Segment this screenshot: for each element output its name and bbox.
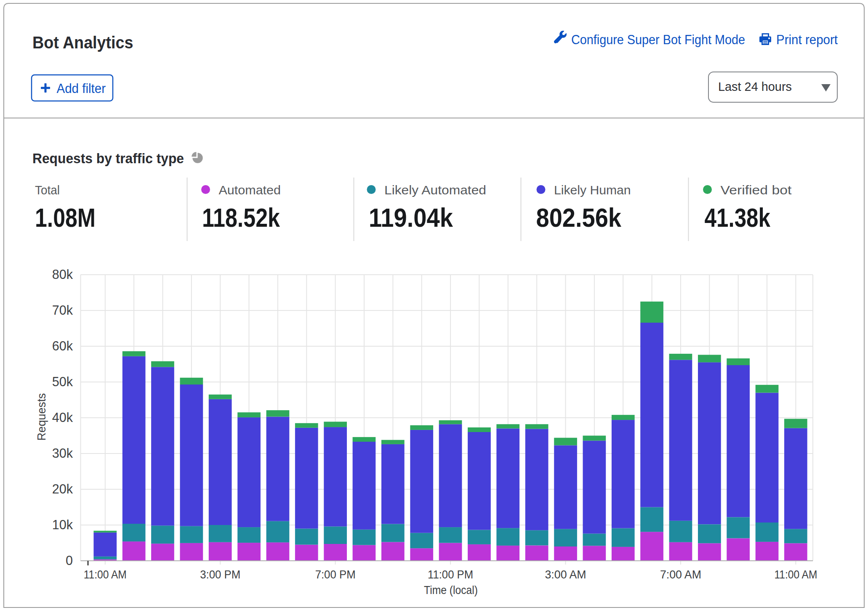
svg-text:30k: 30k [52, 446, 73, 460]
svg-text:70k: 70k [52, 303, 73, 317]
svg-text:Configure Super Bot Fight Mode: Configure Super Bot Fight Mode [571, 32, 745, 47]
svg-text:Requests by traffic type: Requests by traffic type [32, 150, 184, 166]
svg-text:20k: 20k [52, 482, 73, 496]
svg-text:119.04k: 119.04k [369, 203, 453, 232]
svg-text:Likely Automated: Likely Automated [384, 183, 486, 197]
svg-text:Automated: Automated [219, 183, 281, 197]
svg-text:7:00 AM: 7:00 AM [660, 568, 701, 581]
svg-text:60k: 60k [52, 339, 73, 353]
svg-text:41.38k: 41.38k [705, 203, 771, 232]
svg-text:3:00 PM: 3:00 PM [200, 568, 240, 581]
svg-text:Last 24 hours: Last 24 hours [718, 80, 792, 93]
svg-text:11:00 AM: 11:00 AM [84, 568, 127, 581]
svg-text:3:00 AM: 3:00 AM [545, 568, 586, 581]
svg-text:80k: 80k [52, 267, 73, 281]
svg-text:Bot Analytics: Bot Analytics [32, 33, 133, 52]
svg-text:1.08M: 1.08M [35, 203, 96, 232]
svg-text:Total: Total [35, 183, 60, 197]
svg-text:0: 0 [66, 553, 73, 568]
svg-text:Verified bot: Verified bot [721, 183, 792, 197]
svg-text:40k: 40k [52, 410, 73, 424]
svg-text:11:00 PM: 11:00 PM [428, 568, 473, 581]
svg-text:Add filter: Add filter [57, 81, 106, 96]
svg-text:11:00 AM: 11:00 AM [774, 568, 817, 581]
svg-text:50k: 50k [52, 374, 73, 389]
svg-text:7:00 PM: 7:00 PM [315, 568, 356, 581]
svg-text:Time (local): Time (local) [424, 583, 478, 597]
svg-text:Requests: Requests [35, 393, 48, 441]
svg-text:802.56k: 802.56k [536, 203, 622, 232]
svg-text:Likely Human: Likely Human [554, 183, 631, 197]
svg-text:10k: 10k [52, 517, 73, 532]
svg-text:Print report: Print report [776, 32, 838, 47]
svg-text:118.52k: 118.52k [202, 203, 280, 232]
